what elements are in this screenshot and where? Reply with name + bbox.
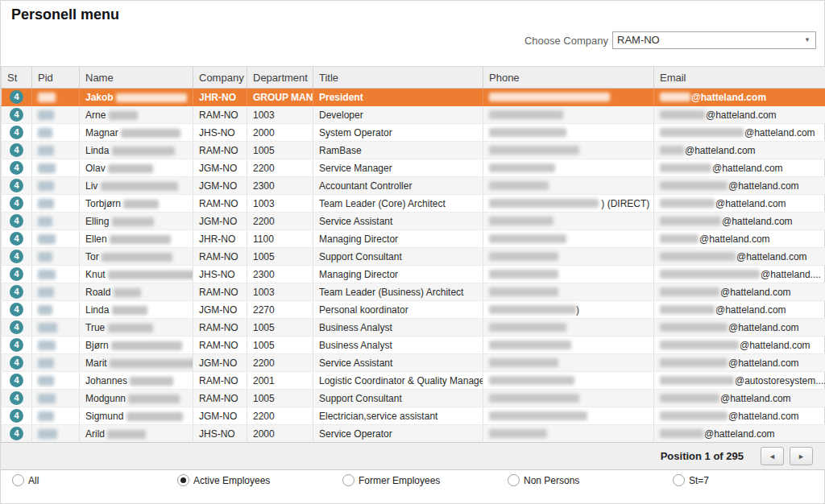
table-row[interactable]: 4 True RAM-NO 1005 Business Analyst @hat… (2, 319, 825, 337)
department-cell: 2300 (247, 266, 313, 283)
company-cell: RAM-NO (193, 390, 247, 407)
company-selector-label: Choose Company (524, 35, 608, 47)
status-cell: 4 (2, 230, 32, 248)
status-badge: 4 (10, 356, 23, 370)
email-domain: @hatteland.com (728, 322, 799, 333)
name-cell: Elling (80, 213, 193, 230)
filter-radio-group: All Active Employees Former Employees No… (1, 474, 825, 494)
table-row[interactable]: 4 Tor RAM-NO 1005 Support Consultant @ha… (2, 248, 825, 266)
name-cell: Arne (80, 106, 193, 124)
email-domain: @hatteland.com (728, 411, 799, 422)
email-cell: @hatteland.com (654, 195, 825, 213)
table-row[interactable]: 4 Torbjørn RAM-NO 1003 Team Leader (Core… (2, 195, 825, 213)
column-header-name[interactable]: Name (80, 67, 193, 89)
last-name-redacted (128, 395, 180, 403)
company-cell: JHS-NO (193, 266, 247, 283)
company-cell: JHR-NO (193, 230, 247, 248)
email-domain: @hatteland.com (720, 287, 791, 298)
name-cell: Linda (80, 142, 193, 159)
status-cell: 4 (2, 425, 32, 443)
email-domain: @hatteland.com (699, 233, 770, 245)
personell-menu-window: Personell menu Choose Company RAM-NO ▼ S… (0, 0, 825, 504)
column-header-email[interactable]: Email (654, 67, 825, 89)
column-header-pid[interactable]: Pid (32, 67, 80, 89)
pid-cell (32, 425, 80, 443)
department-cell: 2200 (247, 213, 313, 230)
table-row[interactable]: 4 Linda RAM-NO 1005 RamBase @hatteland.c… (2, 142, 825, 159)
column-header-phone[interactable]: Phone (483, 67, 654, 89)
phone-suffix: ) (576, 304, 579, 316)
phone-redacted (489, 128, 566, 137)
last-name-redacted (108, 164, 153, 173)
phone-cell (483, 266, 654, 283)
phone-redacted (489, 163, 555, 172)
phone-redacted (489, 376, 574, 385)
pid-cell (32, 372, 80, 390)
table-row[interactable]: 4 Knut JHS-NO 2300 Managing Director @ha… (2, 266, 825, 283)
status-cell: 4 (2, 407, 32, 425)
table-row[interactable]: 4 Sigmund JGM-NO 2200 Electrician,servic… (2, 407, 825, 425)
pid-redacted (38, 93, 56, 102)
first-name: Marit (85, 357, 107, 369)
department-cell: 1005 (247, 319, 313, 337)
previous-record-button[interactable]: ◄ (761, 447, 784, 465)
table-row[interactable]: 4 Roald RAM-NO 1003 Team Leader (Busines… (2, 283, 825, 301)
table-row[interactable]: 4 Jakob JHR-NO GROUP MAN. President @hat… (2, 89, 825, 106)
company-cell: JHS-NO (193, 425, 247, 443)
email-domain: @hatteland.... (761, 269, 821, 280)
department-cell: 2000 (247, 425, 313, 443)
email-cell: @autostoresystem.... (654, 372, 825, 390)
title-cell: Team Leader (Core) Architect (313, 195, 483, 213)
phone-redacted (489, 358, 558, 367)
email-redacted (660, 110, 705, 119)
department-cell: 1005 (247, 142, 313, 159)
column-header-title[interactable]: Title (313, 67, 483, 89)
table-row[interactable]: 4 Olav JGM-NO 2200 Service Manager @hatt… (2, 159, 825, 177)
email-domain: @hatteland.com (704, 428, 775, 440)
column-header-st[interactable]: St (2, 67, 32, 89)
phone-redacted (489, 217, 553, 225)
filter-option-st-7[interactable]: St=7 (673, 474, 709, 486)
next-record-button[interactable]: ► (790, 447, 813, 465)
table-row[interactable]: 4 Modgunn RAM-NO 1005 Support Consultant… (2, 390, 825, 407)
pid-cell (32, 248, 80, 266)
table-row[interactable]: 4 Johannes RAM-NO 2001 Logistic Coordina… (2, 372, 825, 390)
company-cell: RAM-NO (193, 195, 247, 213)
table-row[interactable]: 4 Liv JGM-NO 2300 Accountant Controller … (2, 177, 825, 195)
table-row[interactable]: 4 Arild JHS-NO 2000 Service Operator @ha… (2, 425, 825, 443)
last-name-redacted (102, 253, 172, 262)
title-cell: Electrician,service assistant (313, 407, 483, 425)
department-cell: 2200 (247, 159, 313, 177)
table-row[interactable]: 4 Elling JGM-NO 2200 Service Assistant @… (2, 213, 825, 230)
company-dropdown[interactable]: RAM-NO ▼ (612, 31, 816, 49)
name-cell: Bjørn (80, 337, 193, 354)
table-row[interactable]: 4 Linda JGM-NO 2270 Personal koordinator… (2, 301, 825, 319)
filter-option-all[interactable]: All (12, 474, 39, 486)
title-cell: Service Operator (313, 425, 483, 443)
table-row[interactable]: 4 Ellen JHR-NO 1100 Managing Director @h… (2, 230, 825, 248)
first-name: Ellen (85, 233, 107, 245)
filter-option-non-persons[interactable]: Non Persons (508, 474, 579, 486)
table-row[interactable]: 4 Magnar JHS-NO 2000 System Operator @ha… (2, 124, 825, 142)
column-header-department[interactable]: Department (247, 67, 313, 89)
arrow-right-icon: ► (798, 452, 805, 461)
phone-cell (483, 177, 654, 195)
phone-cell (483, 106, 654, 124)
status-badge: 4 (10, 427, 23, 440)
email-redacted (660, 394, 719, 403)
table-row[interactable]: 4 Arne RAM-NO 1003 Developer @hatteland.… (2, 106, 825, 124)
email-redacted (660, 128, 744, 137)
filter-option-active-employees[interactable]: Active Employees (177, 474, 270, 486)
phone-redacted (489, 252, 558, 261)
email-redacted (660, 234, 699, 243)
email-redacted (660, 199, 715, 208)
table-row[interactable]: 4 Bjørn RAM-NO 1005 Business Analyst @ha… (2, 337, 825, 354)
pid-cell (32, 213, 80, 230)
table-row[interactable]: 4 Marit JGM-NO 2200 Service Assistant @h… (2, 354, 825, 372)
company-cell: RAM-NO (193, 283, 247, 301)
column-header-company[interactable]: Company (193, 67, 247, 89)
filter-option-former-employees[interactable]: Former Employees (342, 474, 440, 486)
company-cell: RAM-NO (193, 248, 247, 266)
pid-cell (32, 89, 80, 106)
email-domain: @autostoresystem.... (735, 375, 825, 386)
